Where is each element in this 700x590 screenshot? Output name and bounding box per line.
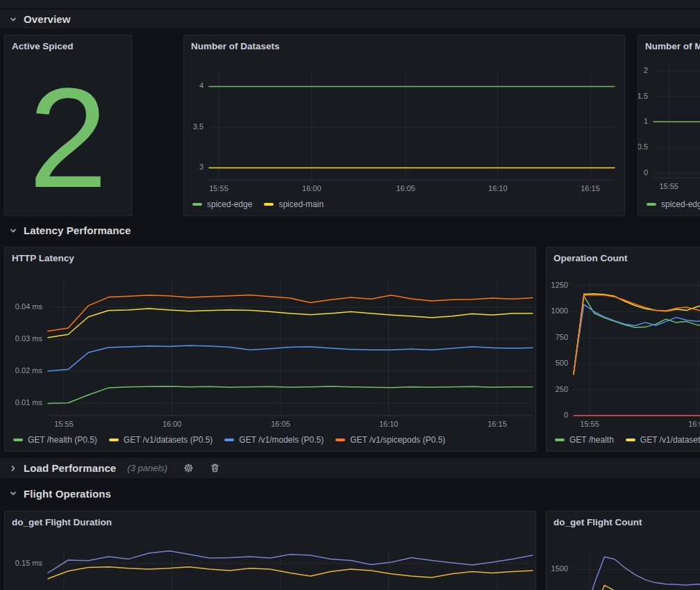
chart-canvas[interactable]: 0.15 ms (5, 511, 537, 590)
chevron-right-icon (9, 464, 17, 473)
svg-text:750: 750 (556, 333, 568, 341)
chart-canvas[interactable]: 15:5516:00025050075010001250 (547, 247, 700, 452)
legend-label: spiced-edge (207, 199, 252, 209)
chevron-down-icon (9, 227, 17, 235)
legend-label: spiced-main (278, 199, 324, 209)
legend-label: spiced-edge (661, 199, 700, 209)
legend-swatch (626, 439, 635, 441)
legend-item[interactable]: spiced-edge (192, 199, 252, 209)
section-row-overview[interactable]: Overview (0, 10, 700, 28)
svg-text:0: 0 (564, 411, 568, 419)
legend-label: GET /v1/datasets (640, 435, 700, 445)
svg-text:16:00: 16:00 (162, 420, 182, 428)
legend-item[interactable]: spiced-main (264, 199, 324, 209)
svg-text:15:55: 15:55 (659, 182, 678, 190)
chart-legend: GET /health (P0.5)GET /v1/datasets (P0.5… (13, 435, 445, 445)
panel-operation-count: Operation Count 15:5516:0002505007501000… (546, 247, 700, 452)
svg-text:0.02 ms: 0.02 ms (15, 366, 43, 375)
svg-text:1250: 1250 (551, 281, 568, 289)
toolbar-bottom-strip (0, 0, 700, 9)
panel-count-label: (3 panels) (127, 463, 167, 473)
legend-item[interactable]: spiced-edge (647, 199, 700, 209)
chart-canvas[interactable]: 15:5516:0016:0516:1016:150.01 ms0.02 ms0… (5, 247, 537, 452)
svg-text:0.03 ms: 0.03 ms (15, 334, 43, 343)
section-title: Overview (24, 13, 71, 25)
section-title: Latency Performance (24, 224, 131, 236)
svg-text:16:10: 16:10 (379, 420, 399, 428)
legend-label: GET /health (P0.5) (28, 435, 97, 445)
legend-swatch (335, 439, 345, 441)
svg-text:16:15: 16:15 (488, 420, 507, 428)
legend-swatch (224, 439, 234, 441)
svg-text:16:05: 16:05 (271, 420, 290, 428)
legend-swatch (13, 439, 23, 441)
legend-label: GET /health (569, 435, 614, 445)
svg-text:15:55: 15:55 (209, 184, 228, 192)
chart-legend: GET /healthGET /v1/datasets (555, 435, 700, 445)
chevron-down-icon (9, 15, 17, 24)
legend-label: GET /v1/spicepods (P0.5) (350, 435, 445, 445)
svg-text:16:00: 16:00 (688, 420, 700, 428)
svg-text:3.5: 3.5 (193, 122, 203, 131)
svg-text:0: 0 (644, 168, 648, 177)
svg-text:15:55: 15:55 (580, 420, 599, 428)
chart-canvas[interactable]: 1500 (547, 511, 700, 590)
svg-text:1000: 1000 (551, 306, 568, 315)
trash-icon[interactable] (210, 463, 220, 473)
dashboard: { "colors": { "green": "#73bf69", "yello… (0, 0, 700, 590)
panel-http-latency: HTTP Latency 15:5516:0016:0516:1016:150.… (4, 247, 536, 452)
svg-text:16:15: 16:15 (581, 184, 600, 192)
chart-canvas[interactable]: 15:5516:0016:0516:1016:1533.54 (184, 35, 626, 217)
stat-value: 2 (28, 66, 108, 208)
svg-text:0.15 ms: 0.15 ms (15, 559, 43, 567)
svg-text:16:00: 16:00 (302, 184, 322, 192)
stat-container: 2 (5, 59, 131, 215)
legend-label: GET /v1/datasets (P0.5) (124, 435, 213, 445)
legend-item[interactable]: GET /v1/datasets (626, 435, 700, 445)
chart-legend: spiced-edge (647, 199, 700, 209)
svg-text:15:55: 15:55 (54, 420, 74, 428)
svg-text:250: 250 (556, 385, 568, 393)
section-row-latency-performance[interactable]: Latency Performance (0, 221, 700, 240)
panel-title[interactable]: Active Spiced (12, 41, 74, 51)
legend-swatch (109, 439, 119, 441)
legend-item[interactable]: GET /v1/models (P0.5) (224, 435, 324, 445)
panel-number-of-models: Number of Models 15:5500.511.52 spiced-e… (638, 35, 700, 216)
section-row-load-performance[interactable]: Load Performance (3 panels) (0, 458, 700, 478)
chart-legend: spiced-edgespiced-main (192, 199, 324, 209)
svg-text:2: 2 (644, 66, 648, 74)
svg-text:16:05: 16:05 (396, 184, 415, 192)
legend-item[interactable]: GET /health (555, 435, 614, 445)
legend-swatch (555, 439, 565, 441)
panel-number-of-datasets: Number of Datasets 15:5516:0016:0516:101… (183, 35, 625, 216)
svg-text:4: 4 (199, 81, 203, 90)
svg-text:500: 500 (556, 359, 568, 367)
svg-text:0.04 ms: 0.04 ms (15, 302, 43, 311)
panel-do-get-flight-count: do_get Flight Count 1500 (546, 511, 700, 590)
legend-item[interactable]: GET /v1/datasets (P0.5) (109, 435, 213, 445)
svg-text:0.5: 0.5 (638, 142, 648, 151)
svg-text:0.01 ms: 0.01 ms (15, 398, 43, 407)
svg-text:1: 1 (644, 117, 648, 125)
gear-icon[interactable] (183, 463, 194, 473)
legend-swatch (192, 203, 202, 206)
panel-active-spiced: Active Spiced 2 (4, 35, 132, 216)
svg-text:3: 3 (199, 163, 203, 171)
svg-text:16:10: 16:10 (488, 184, 508, 192)
legend-item[interactable]: GET /health (P0.5) (13, 435, 97, 445)
chart-canvas[interactable]: 15:5500.511.52 (638, 35, 700, 217)
svg-text:1500: 1500 (551, 564, 568, 573)
chevron-down-icon (9, 489, 17, 498)
legend-label: GET /v1/models (P0.5) (239, 435, 324, 445)
section-title: Flight Operations (24, 488, 111, 500)
legend-swatch (264, 203, 274, 206)
panel-do-get-flight-duration: do_get Flight Duration 0.15 ms (4, 511, 536, 590)
legend-swatch (647, 203, 656, 206)
section-row-flight-operations[interactable]: Flight Operations (0, 484, 700, 503)
section-title: Load Performance (24, 462, 116, 474)
legend-item[interactable]: GET /v1/spicepods (P0.5) (335, 435, 445, 445)
svg-text:1.5: 1.5 (638, 92, 648, 100)
